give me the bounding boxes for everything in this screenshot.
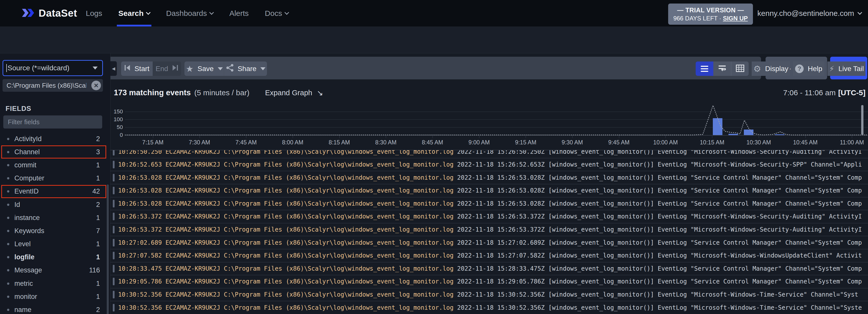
- bullet-icon: [7, 269, 9, 271]
- results-scrollbar[interactable]: [861, 105, 864, 135]
- nav-item-docs[interactable]: Docs: [265, 0, 288, 27]
- bullet-icon: [7, 164, 9, 166]
- log-row[interactable]: 10:30:52.356 EC2AMAZ-KR9UK2J C:\Program …: [110, 288, 868, 302]
- dataset-logo[interactable]: DataSet: [22, 0, 77, 27]
- source-filter-chip[interactable]: C:\Program Files (x86)\Scalyr ×: [2, 79, 103, 92]
- rate-line: [125, 101, 868, 136]
- severity-bar-icon: [113, 291, 115, 299]
- jump-to-start-button[interactable]: Start: [121, 62, 153, 76]
- x-axis-label: 9:00 AM: [464, 139, 494, 146]
- x-axis-label: 8:45 AM: [417, 139, 447, 146]
- log-row[interactable]: 10:30:52.356 EC2AMAZ-KR9UK2J C:\Program …: [110, 301, 868, 314]
- log-message: 10:26:53.028 EC2AMAZ-KR9UK2J C:\Program …: [118, 187, 863, 194]
- trial-version-badge[interactable]: — TRIAL VERSION — 966 DAYS LEFT · SIGN U…: [668, 3, 753, 25]
- share-icon: [226, 64, 234, 74]
- field-row-instance[interactable]: instance1: [0, 211, 108, 224]
- field-name: metric: [14, 280, 33, 287]
- field-row-logfile[interactable]: logfile1: [0, 251, 108, 264]
- brand-name: DataSet: [39, 7, 77, 19]
- x-axis-label: 8:30 AM: [371, 139, 401, 146]
- chevron-down-icon: [260, 67, 266, 70]
- bullet-icon: [7, 282, 9, 285]
- close-icon[interactable]: ×: [91, 81, 101, 90]
- sign-up-link[interactable]: SIGN UP: [723, 15, 748, 22]
- chevron-down-icon: [93, 67, 98, 70]
- severity-bar-icon: [113, 239, 115, 246]
- field-name: commit: [14, 161, 36, 169]
- save-button[interactable]: ★ Save: [184, 62, 224, 76]
- field-row-name[interactable]: name2: [0, 303, 108, 314]
- dataset-logo-icon: [22, 7, 35, 20]
- nav-item-dashboards[interactable]: Dashboards: [166, 0, 213, 27]
- view-mode-wrap-button[interactable]: [713, 62, 731, 76]
- field-row-metric[interactable]: metric1: [0, 277, 108, 290]
- field-row-commit[interactable]: commit1: [0, 159, 108, 172]
- view-mode-list-button[interactable]: [696, 62, 713, 76]
- field-count: 42: [92, 187, 100, 195]
- log-row[interactable]: 10:27:02.689 EC2AMAZ-KR9UK2J C:\Program …: [110, 236, 868, 249]
- field-count: 1: [96, 253, 100, 261]
- timezone-label: [UTC-5]: [838, 89, 866, 97]
- x-axis-label: 9:45 AM: [604, 139, 634, 146]
- x-axis-label: 10:30 AM: [744, 139, 774, 146]
- nav-item-alerts[interactable]: Alerts: [229, 0, 249, 27]
- log-row[interactable]: 10:26:50.250 EC2AMAZ-KR9UK2J C:\Program …: [110, 150, 868, 158]
- dataset-search-page: DataSet LogsSearchDashboardsAlertsDocs —…: [0, 0, 868, 314]
- x-axis-label: 10:45 AM: [790, 139, 820, 146]
- filter-fields-input[interactable]: Filter fields: [3, 115, 102, 129]
- field-count: 116: [89, 266, 100, 274]
- field-row-monitor[interactable]: monitor1: [0, 290, 108, 303]
- log-message: 10:30:52.356 EC2AMAZ-KR9UK2J C:\Program …: [118, 291, 863, 298]
- expand-graph-link[interactable]: Expand Graph ↘: [265, 89, 323, 97]
- list-view-icon: [701, 66, 708, 72]
- log-message: 10:30:52.356 EC2AMAZ-KR9UK2J C:\Program …: [118, 304, 863, 311]
- severity-bar-icon: [113, 150, 115, 155]
- log-row[interactable]: 10:26:52.653 EC2AMAZ-KR9UK2J C:\Program …: [110, 158, 868, 171]
- field-row-computer[interactable]: Computer1: [0, 172, 108, 185]
- live-tail-button[interactable]: ⚡ Live Tail: [827, 62, 866, 76]
- field-row-activityid[interactable]: ActivityId2: [0, 132, 108, 145]
- bullet-icon: [7, 177, 9, 179]
- help-button[interactable]: ? Help: [793, 62, 824, 76]
- share-button[interactable]: Share: [224, 62, 267, 76]
- top-nav-bar: DataSet LogsSearchDashboardsAlertsDocs —…: [0, 0, 868, 27]
- log-row[interactable]: 10:26:53.028 EC2AMAZ-KR9UK2J C:\Program …: [110, 184, 868, 197]
- field-name: EventID: [14, 187, 39, 195]
- field-row-keywords[interactable]: Keywords7: [0, 224, 108, 237]
- display-button[interactable]: ⚙ Display: [752, 62, 790, 76]
- time-range-label: 7:06 - 11:06 am[UTC-5]: [783, 89, 868, 97]
- log-row[interactable]: 10:27:07.582 EC2AMAZ-KR9UK2J C:\Program …: [110, 249, 868, 262]
- log-row[interactable]: 10:29:05.786 EC2AMAZ-KR9UK2J C:\Program …: [110, 275, 868, 288]
- log-row[interactable]: 10:26:53.028 EC2AMAZ-KR9UK2J C:\Program …: [110, 197, 868, 210]
- y-axis-label: 150: [111, 108, 123, 115]
- field-count: 1: [96, 280, 100, 287]
- field-row-message[interactable]: Message116: [0, 264, 108, 277]
- y-axis-label: 50: [111, 124, 123, 131]
- log-message: 10:27:02.689 EC2AMAZ-KR9UK2J C:\Program …: [118, 239, 863, 246]
- nav-item-logs[interactable]: Logs: [86, 0, 102, 27]
- log-row[interactable]: 10:26:53.372 EC2AMAZ-KR9UK2J C:\Program …: [110, 223, 868, 236]
- field-row-id[interactable]: Id2: [0, 198, 108, 211]
- log-row[interactable]: 10:28:33.475 EC2AMAZ-KR9UK2J C:\Program …: [110, 262, 868, 275]
- log-row[interactable]: 10:26:53.372 EC2AMAZ-KR9UK2J C:\Program …: [110, 210, 868, 223]
- view-mode-table-button[interactable]: [731, 62, 749, 76]
- events-histogram[interactable]: 0501001507:15 AM7:30 AM7:45 AM8:00 AM8:1…: [110, 101, 868, 150]
- chevron-down-icon: [858, 10, 862, 14]
- field-row-channel[interactable]: Channel3: [0, 145, 108, 159]
- fields-section-title: FIELDS: [5, 105, 31, 113]
- field-row-level[interactable]: Level1: [0, 238, 108, 251]
- account-menu[interactable]: kenny.cho@sentinelone.com: [757, 0, 862, 27]
- search-input-group: Search: [7, 57, 761, 79]
- sidebar-scrollbar[interactable]: [107, 184, 109, 314]
- log-event-list: 10:26:50.250 EC2AMAZ-KR9UK2J C:\Program …: [110, 150, 868, 314]
- chevron-down-icon: [284, 10, 289, 14]
- log-row[interactable]: 10:26:53.028 EC2AMAZ-KR9UK2J C:\Program …: [110, 171, 868, 184]
- field-count: 1: [96, 161, 100, 169]
- source-filter-input[interactable]: Source (*=wildcard): [2, 60, 103, 76]
- jump-to-end-button[interactable]: End: [153, 62, 181, 76]
- field-row-eventid[interactable]: EventID42: [0, 185, 108, 198]
- sidebar: Source (*=wildcard) C:\Program Files (x8…: [0, 54, 110, 314]
- nav-item-search[interactable]: Search: [118, 0, 150, 27]
- bullet-icon: [7, 151, 9, 153]
- sidebar-collapse-handle[interactable]: ◀: [110, 61, 117, 76]
